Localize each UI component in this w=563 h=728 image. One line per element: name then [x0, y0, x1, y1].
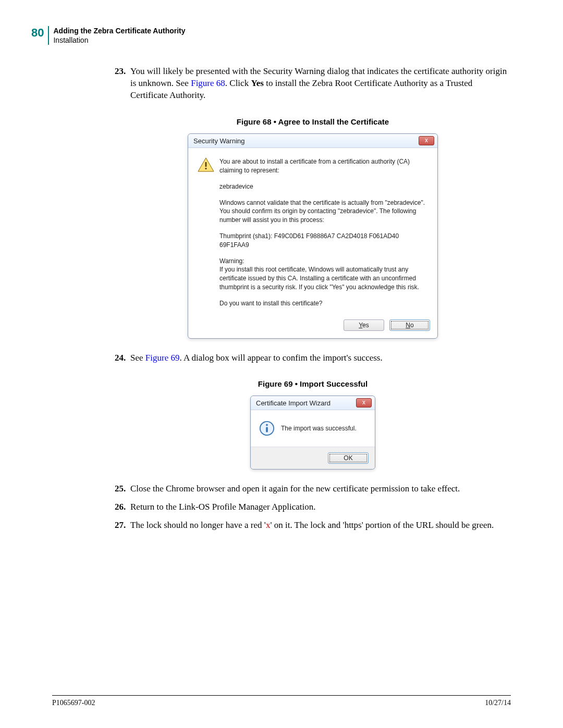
step-number: 25.: [115, 483, 130, 495]
step-text: Return to the Link-OS Profile Manager Ap…: [130, 501, 511, 513]
doc-date: 10/27/14: [485, 699, 511, 707]
footer-rule: [52, 695, 511, 696]
dialog-message-intro: You are about to install a certificate f…: [219, 157, 428, 175]
dialog-titlebar: Certificate Import Wizard x: [251, 396, 375, 410]
header-subtitle: Installation: [53, 35, 185, 45]
page-footer: P1065697-002 10/27/14: [52, 699, 511, 707]
dialog-thumbprint: Thumbprint (sha1): F49C0D61 F98886A7 CA2…: [219, 232, 428, 250]
warning-icon: [198, 157, 214, 172]
step-25: 25. Close the Chrome browser and open it…: [115, 483, 511, 495]
step-text: Close the Chrome browser and open it aga…: [130, 483, 511, 495]
figure-69-caption: Figure 69 • Import Successful: [115, 379, 511, 388]
close-icon[interactable]: x: [419, 136, 434, 145]
figure-link[interactable]: Figure 68: [191, 78, 225, 88]
svg-rect-2: [205, 168, 207, 169]
dialog-title: Security Warning: [193, 137, 245, 145]
step-text: The lock should no longer have a red 'x'…: [130, 520, 511, 532]
page-header: 80 Adding the Zebra Certificate Authorit…: [31, 26, 511, 45]
step-26: 26. Return to the Link-OS Profile Manage…: [115, 501, 511, 513]
no-button[interactable]: No: [389, 319, 430, 331]
step-24: 24. See Figure 69. A dialog box will app…: [115, 352, 511, 364]
step-number: 26.: [115, 501, 130, 513]
dialog-subject: zebradevice: [219, 182, 428, 191]
step-text: See Figure 69. A dialog box will appear …: [130, 352, 511, 364]
step-27: 27. The lock should no longer have a red…: [115, 520, 511, 532]
import-wizard-dialog: Certificate Import Wizard x The import w…: [250, 396, 375, 470]
close-icon[interactable]: x: [356, 398, 372, 408]
page-number: 80: [31, 26, 48, 40]
svg-rect-1: [205, 162, 207, 167]
svg-point-4: [266, 424, 268, 426]
step-number: 27.: [115, 520, 130, 532]
header-title: Adding the Zebra Certificate Authority: [53, 26, 185, 35]
figure-68-caption: Figure 68 • Agree to Install the Certifi…: [115, 117, 511, 126]
step-text: You will likely be presented with the Se…: [130, 66, 511, 102]
dialog-titlebar: Security Warning x: [188, 134, 437, 148]
security-warning-dialog: Security Warning x You are about to inst…: [188, 133, 438, 338]
yes-button[interactable]: Yes: [344, 319, 384, 331]
step-number: 23.: [115, 66, 130, 102]
dialog-question: Do you want to install this certificate?: [219, 299, 428, 308]
figure-link[interactable]: Figure 69: [145, 353, 180, 363]
doc-id: P1065697-002: [52, 699, 95, 707]
dialog-title: Certificate Import Wizard: [256, 399, 331, 407]
step-number: 24.: [115, 352, 130, 364]
dialog-validate-msg: Windows cannot validate that the certifi…: [219, 199, 428, 225]
info-icon: [259, 421, 275, 436]
step-23: 23. You will likely be presented with th…: [115, 66, 511, 102]
svg-rect-5: [266, 427, 268, 433]
dialog-warning-block: Warning: If you install this root certif…: [219, 257, 428, 292]
header-divider: [48, 26, 49, 45]
ok-button[interactable]: OK: [328, 452, 369, 464]
dialog-success-msg: The import was successful.: [281, 425, 357, 432]
